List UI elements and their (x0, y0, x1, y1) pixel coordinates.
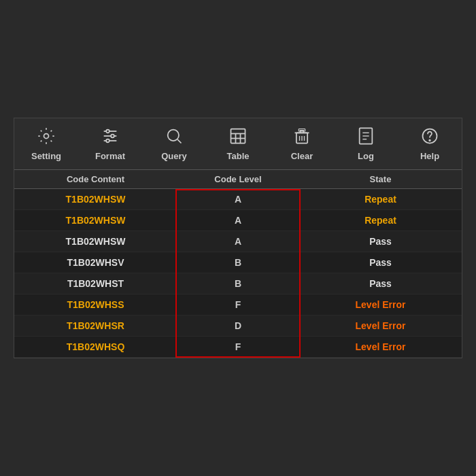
cell-code-content: T1B02WHSW (14, 214, 177, 227)
table-row: T1B02WHSW A Repeat (14, 189, 462, 210)
toolbar-item-format[interactable]: Format (78, 124, 142, 164)
cell-code-content: T1B02WHSR (14, 319, 177, 333)
toolbar: Setting Format (14, 118, 462, 170)
cell-code-level: A (177, 235, 299, 248)
cell-code-content: T1B02WHSQ (14, 340, 177, 354)
svg-point-25 (429, 140, 430, 141)
cell-code-content: T1B02WHSS (14, 298, 177, 311)
format-label: Format (95, 151, 125, 161)
table-row: T1B02WHSW A Repeat (14, 210, 462, 231)
svg-point-6 (106, 139, 109, 143)
cell-state: Repeat (299, 214, 462, 227)
cell-code-level: A (177, 214, 299, 227)
cell-state: Repeat (299, 192, 462, 206)
cell-state: Level Error (299, 319, 462, 333)
search-icon (165, 126, 184, 148)
table-body-wrapper: T1B02WHSW A Repeat T1B02WHSW A Repeat T1… (14, 189, 462, 358)
cell-code-level: F (177, 298, 299, 311)
svg-point-4 (106, 130, 109, 133)
cell-state: Pass (299, 235, 462, 248)
toolbar-item-clear[interactable]: Clear (270, 124, 334, 164)
cell-code-level: A (177, 192, 299, 206)
svg-rect-9 (231, 129, 245, 143)
toolbar-item-log[interactable]: Log (334, 124, 398, 164)
table-header: Code Content Code Level State (14, 170, 462, 189)
query-label: Query (161, 151, 187, 161)
table-row: T1B02WHSQ F Level Error (14, 337, 462, 358)
cell-code-content: T1B02WHST (14, 277, 177, 290)
cell-state: Pass (299, 256, 462, 269)
cell-code-level: B (177, 256, 299, 269)
header-state: State (299, 174, 462, 184)
cell-state: Level Error (299, 298, 462, 311)
cell-state: Level Error (299, 340, 462, 354)
toolbar-item-help[interactable]: Help (398, 124, 462, 164)
svg-line-8 (177, 139, 181, 143)
setting-label: Setting (31, 151, 61, 161)
cell-code-level: F (177, 340, 299, 354)
header-code-level: Code Level (177, 174, 299, 184)
cell-code-level: D (177, 319, 299, 333)
help-label: Help (420, 151, 439, 161)
table-label: Table (227, 151, 250, 161)
cell-code-content: T1B02WHSW (14, 235, 177, 248)
sliders-icon (101, 126, 120, 148)
clear-icon (292, 126, 311, 148)
gear-icon (37, 126, 56, 148)
log-icon (356, 126, 375, 148)
toolbar-item-setting[interactable]: Setting (14, 124, 78, 164)
data-table: Code Content Code Level State T1B02WHSW … (14, 170, 462, 358)
cell-code-content: T1B02WHSW (14, 192, 177, 206)
main-container: Setting Format (14, 118, 462, 358)
svg-point-5 (111, 135, 114, 138)
help-icon (420, 126, 439, 148)
table-icon (228, 126, 248, 148)
cell-code-level: B (177, 277, 299, 290)
header-code-content: Code Content (14, 174, 177, 184)
svg-point-7 (168, 130, 179, 141)
clear-label: Clear (291, 151, 313, 161)
cell-state: Pass (299, 277, 462, 290)
table-row: T1B02WHSS F Level Error (14, 294, 462, 316)
toolbar-item-query[interactable]: Query (142, 124, 206, 164)
table-row: T1B02WHST B Pass (14, 273, 462, 294)
table-row: T1B02WHSV B Pass (14, 252, 462, 273)
log-label: Log (358, 151, 374, 161)
cell-code-content: T1B02WHSV (14, 256, 177, 269)
table-row: T1B02WHSW A Pass (14, 231, 462, 252)
svg-point-0 (44, 134, 49, 139)
table-row: T1B02WHSR D Level Error (14, 316, 462, 337)
toolbar-item-table[interactable]: Table (206, 124, 270, 164)
